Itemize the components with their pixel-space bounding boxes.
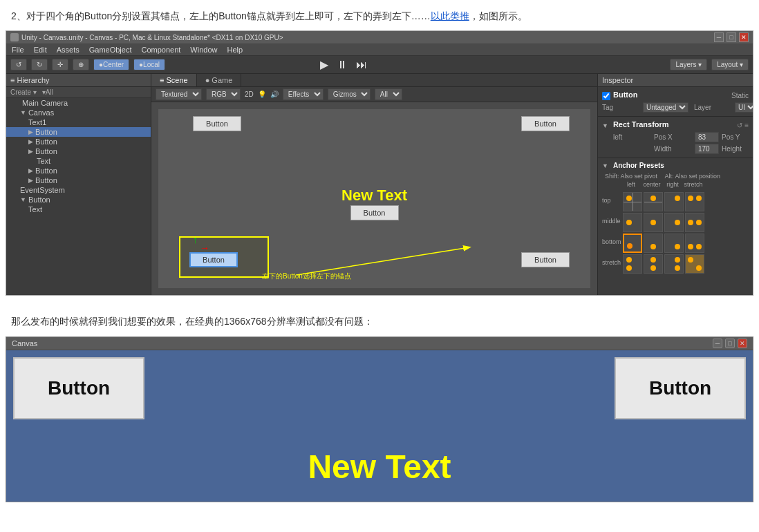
anchor-cell-13[interactable] <box>644 254 663 274</box>
anchor-cell-9[interactable] <box>644 234 663 253</box>
canvas-min-btn[interactable]: ─ <box>713 339 722 348</box>
menu-gameobject[interactable]: GameObject <box>89 46 132 54</box>
arrow-up: ↑ <box>193 234 198 245</box>
posx-input[interactable] <box>695 132 719 142</box>
scene-button-topright[interactable]: Button <box>521 116 570 131</box>
layout-dropdown[interactable]: Layout ▾ <box>711 59 749 70</box>
hierarchy-item-maincamera[interactable]: Main Camera <box>6 98 151 108</box>
toolbar-rotate[interactable]: ⊕ <box>73 59 89 70</box>
hierarchy-item-button-root[interactable]: ▼ Button <box>6 195 151 205</box>
canvas-close-btn[interactable]: ✕ <box>738 339 747 348</box>
rect-revert[interactable]: ↺ <box>737 122 742 129</box>
canvas-window-title-label: Canvas <box>12 339 37 348</box>
tri-icon: ▼ <box>20 109 26 116</box>
menu-help[interactable]: Help <box>227 46 243 54</box>
inspector-label: Inspector <box>602 76 633 84</box>
menu-edit[interactable]: Edit <box>34 46 47 54</box>
all-select[interactable]: All <box>375 88 402 100</box>
anchor-cell-14[interactable] <box>664 254 684 274</box>
hierarchy-item-canvas[interactable]: ▼ Canvas <box>6 108 151 117</box>
anchor-cell-12[interactable] <box>623 254 642 274</box>
tab-scene[interactable]: ≡ Scene <box>151 74 197 86</box>
anchor-cell-1[interactable] <box>644 192 663 211</box>
hierarchy-panel: ≡ Hierarchy Create ▾ ▾All Main Camera ▼ … <box>6 74 151 295</box>
rect-menu[interactable]: ≡ <box>744 122 749 129</box>
svg-line-0 <box>297 247 469 275</box>
create-btn[interactable]: Create ▾ <box>10 88 37 96</box>
anchor-cell-11[interactable] <box>685 234 704 253</box>
channel-select[interactable]: RGB <box>206 88 241 100</box>
anchor-grid[interactable] <box>623 192 704 274</box>
scene-button-bottomright[interactable]: Button <box>521 252 570 267</box>
annotation-text: 左下的Button选择左下的锚点 <box>262 272 351 281</box>
game-button-topright[interactable]: Button <box>615 357 746 419</box>
inspector-title: Inspector <box>598 74 753 87</box>
audio-icon[interactable]: 🔊 <box>270 91 279 98</box>
scene-button-topleft[interactable]: Button <box>193 116 241 131</box>
hierarchy-item-button1[interactable]: ▶ Button <box>6 127 151 137</box>
hierarchy-item-label: Button <box>35 137 57 146</box>
toolbar-move[interactable]: ✛ <box>52 59 68 70</box>
anchor-cell-5[interactable] <box>644 213 663 232</box>
hierarchy-item-text-sub[interactable]: Text <box>6 156 151 166</box>
menu-file[interactable]: File <box>12 46 24 54</box>
hierarchy-item-text1[interactable]: Text1 <box>6 117 151 127</box>
hierarchy-item-button2[interactable]: ▶ Button <box>6 137 151 146</box>
step-button[interactable]: ⏭ <box>353 59 370 71</box>
toolbar-undo[interactable]: ↺ <box>10 59 27 70</box>
anchor-cell-6[interactable] <box>664 213 684 232</box>
anchor-cell-4[interactable] <box>623 213 642 232</box>
width-input[interactable] <box>695 144 719 154</box>
layers-dropdown[interactable]: Layers ▾ <box>670 59 707 70</box>
all-btn[interactable]: ▾All <box>42 88 53 96</box>
active-toggle[interactable] <box>602 92 610 100</box>
hierarchy-item-button3[interactable]: ▶ Button <box>6 146 151 156</box>
tag-select[interactable]: Untagged <box>643 102 688 113</box>
scene-button-bottomleft[interactable]: Button <box>189 252 238 267</box>
shading-select[interactable]: Textured <box>156 88 202 100</box>
tri-icon: ▶ <box>28 129 33 135</box>
scene-button-center[interactable]: Button <box>350 205 399 220</box>
hierarchy-item-text-root[interactable]: Text <box>6 205 151 214</box>
toolbar-local[interactable]: ●Local <box>133 59 165 70</box>
anchor-cell-8[interactable] <box>623 234 642 253</box>
menu-component[interactable]: Component <box>141 46 180 54</box>
minimize-btn[interactable]: ─ <box>714 32 724 42</box>
anchor-cell-3[interactable] <box>685 192 704 211</box>
hierarchy-item-eventsystem[interactable]: EventSystem <box>6 185 151 195</box>
anchor-cell-0[interactable] <box>623 192 642 211</box>
gizmos-select[interactable]: Gizmos <box>328 88 371 100</box>
pause-button[interactable]: ⏸ <box>334 59 350 71</box>
anchor-cell-10[interactable] <box>664 234 684 253</box>
layer-select[interactable]: UI <box>735 102 753 113</box>
link-yicileitui[interactable]: 以此类推 <box>431 10 469 21</box>
effects-select[interactable]: Effects <box>283 88 324 100</box>
game-button-topleft[interactable]: Button <box>13 357 144 419</box>
menu-window[interactable]: Window <box>190 46 217 54</box>
inspector-header: Button Static Tag Untagged Layer UI <box>598 87 753 117</box>
hierarchy-item-button4[interactable]: ▶ Button <box>6 166 151 175</box>
col-right: right <box>663 181 682 188</box>
anchor-cell-2[interactable] <box>664 192 684 211</box>
play-button[interactable]: ▶ <box>317 58 331 71</box>
anchor-cell-15[interactable] <box>685 254 704 274</box>
menu-assets[interactable]: Assets <box>57 46 79 54</box>
hierarchy-item-label: Main Camera <box>22 99 68 107</box>
light-icon[interactable]: 💡 <box>258 91 266 98</box>
component-name: Button <box>613 91 637 99</box>
maximize-btn[interactable]: □ <box>727 32 736 42</box>
canvas-max-btn[interactable]: □ <box>725 339 735 348</box>
2d-btn[interactable]: 2D <box>245 91 254 98</box>
unity-title-bar: Unity - Canvas.unity - Canvas - PC, Mac … <box>6 31 753 44</box>
col-left: left <box>621 181 641 188</box>
hierarchy-item-button5[interactable]: ▶ Button <box>6 175 151 185</box>
unity-main-area: ≡ Hierarchy Create ▾ ▾All Main Camera ▼ … <box>6 74 753 295</box>
hierarchy-title: ≡ Hierarchy <box>6 74 151 87</box>
close-btn[interactable]: ✕ <box>739 32 749 42</box>
pos-label: left <box>613 133 651 141</box>
tab-game[interactable]: ● Game <box>197 74 242 86</box>
anchor-cell-7[interactable] <box>685 213 704 232</box>
toolbar-redo[interactable]: ↻ <box>31 59 48 70</box>
toolbar-center[interactable]: ●Center <box>93 59 129 70</box>
tri-icon: ▼ <box>20 196 26 203</box>
